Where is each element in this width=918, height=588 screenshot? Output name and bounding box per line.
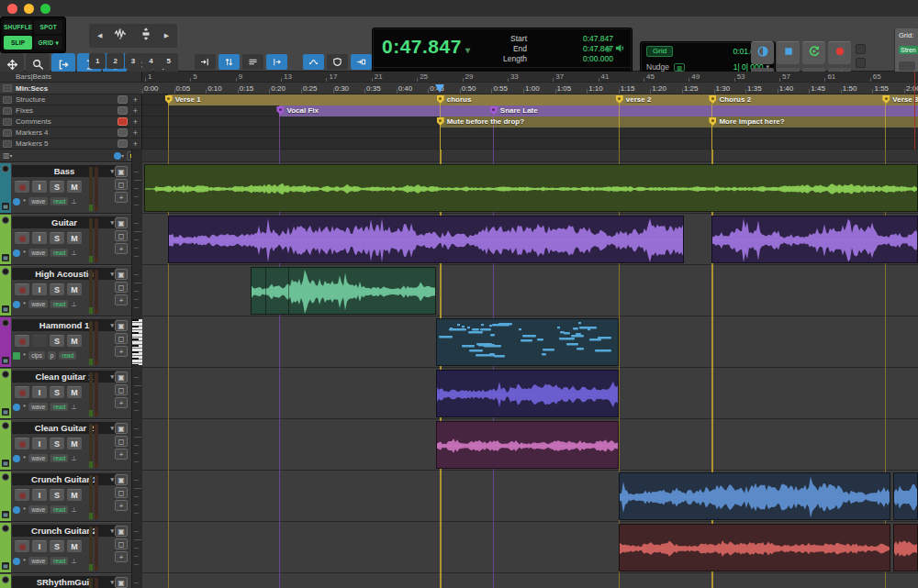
edit-mode-slip[interactable]: SLIP (4, 36, 32, 50)
track-name[interactable]: Bass▾ (12, 165, 117, 177)
bars-ruler[interactable]: 1591317212529333741454953576165 (142, 72, 918, 83)
automation-mode-selector[interactable]: read (50, 249, 68, 257)
track-header-high-acoustic[interactable]: ▤High Acoustic▾ISM*waveread⊥▣◻+ (0, 265, 131, 316)
solo-button[interactable]: S (50, 283, 64, 295)
elastic-audio-icon[interactable]: ▤ (2, 460, 9, 467)
output-window-button[interactable]: ▣ (115, 320, 128, 331)
timebase-clock-icon[interactable] (114, 152, 121, 160)
ruler-row-name[interactable]: Structure (16, 95, 118, 104)
add-row-button[interactable]: + (115, 346, 128, 357)
elastic-analysis-icon[interactable]: * (23, 454, 26, 462)
pre-post-roll-button[interactable] (327, 54, 348, 70)
marker-band-fixes[interactable] (279, 105, 918, 116)
marker-label[interactable]: Mute before the drop? (447, 117, 524, 126)
tracks-timeline[interactable] (142, 150, 918, 588)
ruler-row-name[interactable]: Fixes (16, 106, 118, 115)
voice-selector-icon[interactable]: ⊥ (71, 301, 76, 308)
track-name[interactable]: High Acoustic▾ (12, 268, 117, 280)
record-enable-button[interactable] (15, 335, 29, 347)
minimize-button[interactable] (24, 4, 34, 14)
elastic-analysis-icon[interactable]: * (23, 351, 26, 360)
track-header-clean-guitar-2[interactable]: ▤Clean Guitar 2▾ISM*waveread⊥▣◻+ (0, 419, 131, 471)
elastic-audio-icon[interactable]: ▤ (2, 511, 9, 518)
commit-selection-button[interactable] (351, 54, 372, 70)
track-view-selector[interactable]: wave (28, 557, 48, 565)
ruler-row-label-bars-beats[interactable]: Bars|Beats (0, 72, 142, 83)
loop-playback-button[interactable] (802, 41, 825, 64)
comments-button[interactable]: ◻ (115, 436, 128, 447)
input-monitor-button[interactable]: I (32, 283, 47, 295)
solo-button[interactable]: S (50, 181, 64, 193)
track-name-caret-icon[interactable]: ▾ (110, 322, 114, 329)
track-view-selector[interactable]: p (48, 351, 57, 360)
elastic-analysis-icon[interactable]: * (23, 403, 26, 411)
track-view-selector[interactable]: wave (28, 403, 48, 411)
record-enable-button[interactable] (15, 232, 29, 244)
zoom-preset-5[interactable]: 5 (161, 53, 177, 69)
solo-button[interactable]: S (50, 438, 64, 449)
audio-clip[interactable] (144, 164, 918, 212)
ruler-row-markers-5[interactable] (142, 139, 918, 150)
comments-button[interactable]: ◻ (115, 538, 128, 549)
track-name[interactable]: Hammond 1▾ (12, 319, 117, 331)
marker-label[interactable]: Snare Late (500, 106, 538, 115)
voice-selector-icon[interactable]: ⊥ (71, 198, 76, 205)
track-name-caret-icon[interactable]: ▾ (110, 373, 114, 381)
automation-mode-selector[interactable]: read (50, 197, 68, 205)
marker-label[interactable]: Vocal Fix (286, 106, 319, 115)
mute-button[interactable]: M (67, 438, 82, 449)
output-window-button[interactable]: ▣ (115, 526, 128, 537)
solo-button[interactable]: S (50, 489, 64, 501)
track-name-caret-icon[interactable]: ▾ (110, 476, 114, 483)
audio-clip[interactable] (619, 472, 890, 520)
marker-label[interactable]: Verse 1 (175, 95, 201, 104)
marker-label[interactable]: chorus (447, 95, 472, 104)
field-value[interactable]: 0:47.847 (534, 44, 613, 54)
comments-button[interactable]: ◻ (115, 487, 128, 498)
track-view-selector[interactable]: clps (28, 351, 45, 360)
elastic-audio-icon[interactable]: ▤ (2, 203, 9, 210)
mute-button[interactable]: M (67, 386, 82, 398)
elastic-audio-icon[interactable]: ▤ (2, 254, 9, 261)
track-collapse-icon[interactable] (2, 422, 9, 429)
add-row-button[interactable]: + (115, 500, 128, 511)
track-view-selector[interactable]: wave (28, 249, 48, 257)
ruler-row-label-fixes[interactable]: Fixes + (0, 105, 142, 116)
track-header-crunch-guitar-1[interactable]: ▤Crunch Guitar 1▾ISM*waveread⊥▣◻+ (0, 471, 131, 522)
add-row-button[interactable]: + (115, 192, 128, 203)
grid-mode-button[interactable]: Grid (646, 46, 673, 57)
midi-velocity-icon[interactable] (13, 352, 20, 360)
zoom-window-button[interactable] (40, 4, 50, 14)
ruler-icon[interactable] (3, 107, 12, 115)
audio-clip[interactable] (168, 216, 684, 263)
track-view-selector[interactable]: wave (28, 197, 48, 205)
mute-button[interactable]: M (67, 283, 82, 295)
solo-button[interactable]: S (50, 540, 64, 552)
track-header-crunch-guitar-2[interactable]: ▤Crunch Guitar 2▾ISM*waveread⊥▣◻+ (0, 522, 131, 573)
metronome-button[interactable] (856, 44, 866, 54)
timebase-clock-icon[interactable] (13, 455, 20, 462)
timeline-insertion-icon[interactable]: ◉ (604, 44, 611, 53)
add-marker-button[interactable]: + (133, 139, 138, 149)
output-window-button[interactable]: ▣ (115, 474, 128, 485)
input-monitor-button[interactable]: I (32, 540, 47, 552)
track-view-selector[interactable]: wave (28, 300, 48, 308)
waveform-zoom-icon[interactable] (113, 28, 128, 44)
ruler-row-name[interactable]: Bars|Beats (16, 72, 142, 81)
marker-rule-chip-icon[interactable] (118, 128, 128, 137)
voice-selector-icon[interactable]: ⊥ (71, 404, 76, 411)
track-collapse-icon[interactable] (2, 473, 9, 481)
solo-button[interactable]: S (50, 335, 64, 347)
track-collapse-icon[interactable] (2, 268, 9, 275)
marker-rule-chip-icon[interactable] (118, 117, 128, 126)
timebase-clock-icon[interactable] (13, 558, 20, 565)
automation-mode-selector[interactable]: read (50, 557, 68, 565)
track-name-caret-icon[interactable]: ▾ (110, 168, 114, 175)
elastic-analysis-icon[interactable]: * (23, 557, 26, 565)
zoom-preset-1[interactable]: 1 (89, 53, 106, 69)
field-value[interactable]: 0:47.847 (534, 34, 613, 44)
output-window-button[interactable]: ▣ (115, 217, 128, 228)
elastic-analysis-icon[interactable]: * (23, 249, 26, 257)
track-view-selector[interactable]: wave (28, 505, 48, 514)
ruler-icon[interactable] (3, 140, 12, 148)
